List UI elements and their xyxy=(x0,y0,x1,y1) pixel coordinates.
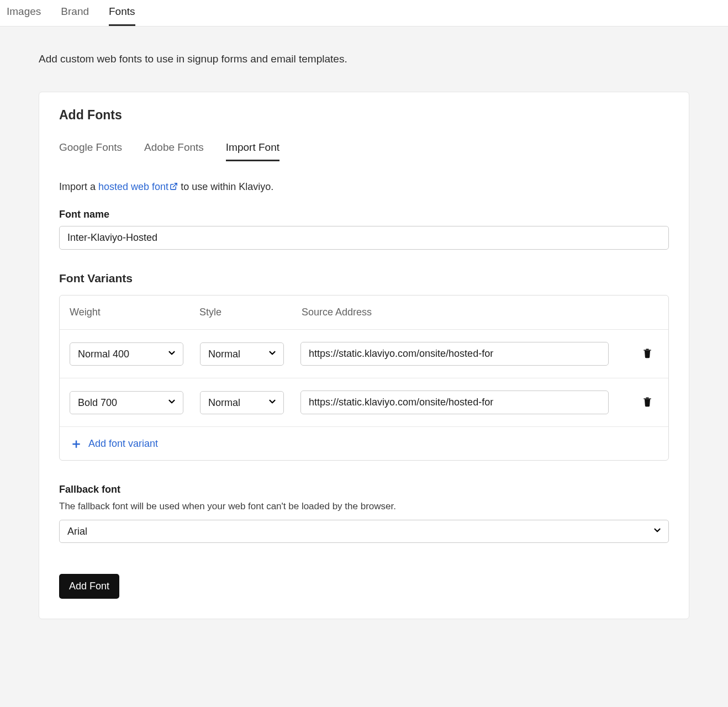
hosted-web-font-link-text: hosted web font xyxy=(98,181,168,192)
font-name-field: Font name xyxy=(59,209,669,250)
variant-row: Normal 400 Normal xyxy=(60,330,668,378)
import-prefix: Import a xyxy=(59,181,98,192)
style-select[interactable]: Normal xyxy=(200,391,284,414)
card-title: Add Fonts xyxy=(59,108,669,123)
header-source: Source Address xyxy=(302,307,658,318)
weight-select[interactable]: Bold 700 xyxy=(70,391,183,414)
subtab-google-fonts[interactable]: Google Fonts xyxy=(59,136,122,161)
add-font-variant-button[interactable]: ＋ Add font variant xyxy=(70,437,158,450)
style-select[interactable]: Normal xyxy=(200,342,284,366)
font-variants-table: Weight Style Source Address Normal 400 N… xyxy=(59,295,669,461)
trash-icon xyxy=(642,395,653,410)
style-select-wrap: Normal xyxy=(200,342,284,366)
header-style: Style xyxy=(199,307,302,318)
svg-line-0 xyxy=(173,183,177,187)
tab-images[interactable]: Images xyxy=(7,0,41,26)
weight-select[interactable]: Normal 400 xyxy=(70,342,183,366)
fallback-font-section: Fallback font The fallback font will be … xyxy=(59,484,669,543)
import-suffix: to use within Klaviyo. xyxy=(178,181,273,192)
subtab-adobe-fonts[interactable]: Adobe Fonts xyxy=(144,136,204,161)
source-address-input[interactable] xyxy=(300,342,609,366)
font-name-label: Font name xyxy=(59,209,669,220)
add-font-variant-label: Add font variant xyxy=(88,438,158,450)
submit-row: Add Font xyxy=(59,574,669,599)
add-variant-row: ＋ Add font variant xyxy=(60,427,668,460)
font-source-tabs: Google Fonts Adobe Fonts Import Font xyxy=(59,136,669,161)
variants-header-row: Weight Style Source Address xyxy=(60,296,668,330)
weight-select-wrap: Normal 400 xyxy=(70,342,183,366)
delete-variant-button[interactable] xyxy=(636,392,658,414)
external-link-icon xyxy=(170,182,178,193)
fallback-font-label: Fallback font xyxy=(59,484,669,495)
source-input-wrap xyxy=(300,342,609,366)
weight-select-wrap: Bold 700 xyxy=(70,391,183,414)
add-font-button[interactable]: Add Font xyxy=(59,574,119,599)
import-description: Import a hosted web font to use within K… xyxy=(59,181,669,193)
source-address-input[interactable] xyxy=(300,391,609,414)
source-input-wrap xyxy=(300,391,609,414)
fallback-font-select[interactable]: Arial xyxy=(59,520,669,543)
add-fonts-card: Add Fonts Google Fonts Adobe Fonts Impor… xyxy=(39,92,689,619)
header-weight: Weight xyxy=(70,307,199,318)
trash-icon xyxy=(642,347,653,361)
font-variants-heading: Font Variants xyxy=(59,272,669,285)
top-tab-bar: Images Brand Fonts xyxy=(0,0,728,27)
fallback-font-hint: The fallback font will be used when your… xyxy=(59,501,669,512)
delete-variant-button[interactable] xyxy=(636,343,658,365)
font-name-input[interactable] xyxy=(59,226,669,250)
style-select-wrap: Normal xyxy=(200,391,284,414)
tab-fonts[interactable]: Fonts xyxy=(109,0,135,26)
variant-row: Bold 700 Normal xyxy=(60,378,668,427)
page-content: Add custom web fonts to use in signup fo… xyxy=(0,27,728,641)
fallback-select-wrap: Arial xyxy=(59,520,669,543)
tab-brand[interactable]: Brand xyxy=(61,0,89,26)
plus-icon: ＋ xyxy=(70,437,83,450)
hosted-web-font-link[interactable]: hosted web font xyxy=(98,181,178,192)
subtab-import-font[interactable]: Import Font xyxy=(226,136,279,161)
page-description: Add custom web fonts to use in signup fo… xyxy=(39,53,689,65)
